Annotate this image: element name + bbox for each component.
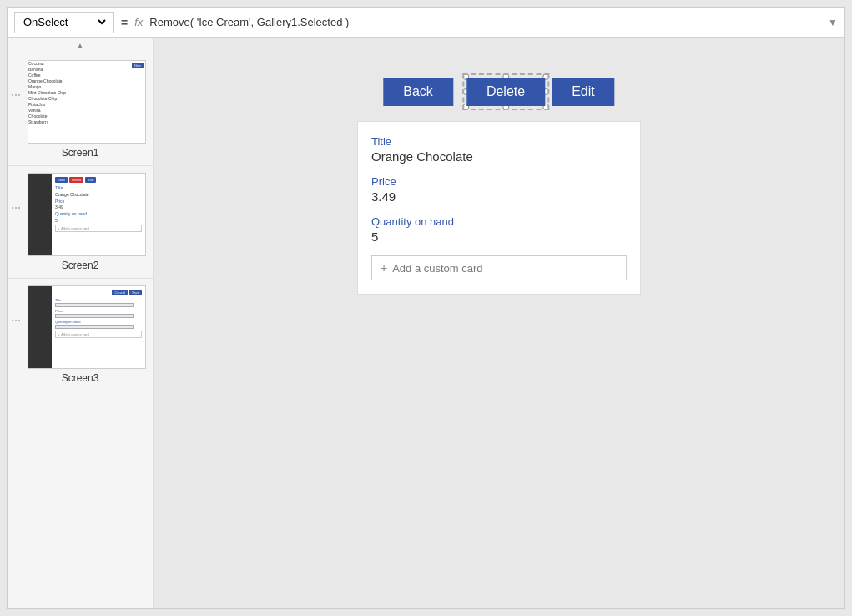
thumb3-plus-icon: +: [58, 332, 59, 336]
thumb2-add-label: Add a custom card: [61, 226, 88, 230]
edit-button[interactable]: Edit: [552, 78, 615, 106]
canvas-area: Back Delete Edit Title: [154, 38, 844, 608]
thumb3-save: Save: [129, 290, 142, 295]
sidebar: ▲ ⋯ New Coconut Banana Coffee Orange Cho…: [8, 38, 154, 608]
equals-sign: =: [121, 16, 128, 29]
thumb2-delete: Delete: [69, 177, 84, 183]
thumb2-title-val: Orange Chocolate: [55, 192, 142, 197]
thumb3-price-input: [55, 314, 134, 318]
property-select[interactable]: OnSelect: [20, 15, 108, 29]
thumb3-qty-label: Quantity on hand: [55, 320, 142, 324]
screen2-thumb[interactable]: ⋯ Back Delete Edit Title Orange Chocolat…: [8, 166, 153, 279]
thumb2-title-label: Title: [55, 185, 142, 192]
app-frame: OnSelect = fx ▼ ▲ ⋯ New Coconut Banana C…: [7, 7, 845, 609]
back-button[interactable]: Back: [383, 78, 453, 106]
screen3-label: Screen3: [14, 372, 146, 384]
screen3-buttons: Cancel Save: [55, 290, 142, 295]
screen2-label: Screen2: [14, 260, 146, 271]
thumb3-cancel: Cancel: [112, 290, 127, 295]
detail-card-container: Title Orange Chocolate Price 3.49 Quanti…: [357, 121, 641, 295]
formula-input[interactable]: [149, 16, 821, 28]
thumb2-price-label: Price: [55, 199, 142, 205]
thumb3-add-label: Add a custom card: [61, 332, 88, 336]
formula-dropdown[interactable]: OnSelect: [14, 12, 114, 33]
delete-button[interactable]: Delete: [466, 78, 545, 106]
thumb3-price-label: Price: [55, 309, 142, 313]
quantity-label: Quantity on hand: [371, 215, 627, 228]
dark-strip-3: [28, 286, 52, 368]
add-custom-plus-icon: +: [381, 261, 387, 275]
add-custom-label: Add a custom card: [392, 262, 482, 275]
screen2-content: Back Delete Edit Title Orange Chocolate …: [52, 174, 145, 255]
scroll-up-button[interactable]: ▲: [8, 38, 153, 53]
thumb3-title-label: Title: [55, 298, 142, 302]
formula-chevron-icon[interactable]: ▼: [828, 17, 838, 28]
thumb2-qty-label: Quantity on hand: [55, 211, 142, 218]
thumb2-qty-val: 5: [55, 218, 142, 223]
thumb3-qty-input: [55, 325, 134, 329]
main-content: ▲ ⋯ New Coconut Banana Coffee Orange Cho…: [8, 38, 844, 608]
add-custom-card-button[interactable]: + Add a custom card: [371, 255, 627, 280]
price-value: 3.49: [371, 189, 627, 204]
dots-icon-screen2[interactable]: ⋯: [11, 202, 21, 214]
title-label: Title: [371, 135, 627, 148]
screen3-frame: Cancel Save Title Price Quantity on hand…: [28, 285, 146, 369]
screen3-content: Cancel Save Title Price Quantity on hand…: [52, 286, 145, 368]
screen1-list: Coconut Banana Coffee Orange Chocolate M…: [28, 61, 145, 125]
quantity-value: 5: [371, 230, 627, 244]
thumb2-plus-icon: +: [58, 226, 59, 230]
dark-strip: [28, 174, 52, 255]
toolbar-row: Back Delete Edit: [383, 78, 614, 106]
fx-label: fx: [134, 16, 143, 28]
dots-icon-screen1[interactable]: ⋯: [11, 89, 21, 101]
screen2-buttons: Back Delete Edit: [55, 177, 142, 183]
screen2-frame: Back Delete Edit Title Orange Chocolate …: [28, 173, 146, 256]
thumb2-back: Back: [55, 177, 68, 183]
screen1-thumb[interactable]: ⋯ New Coconut Banana Coffee Orange Choco…: [8, 53, 153, 166]
detail-card: Title Orange Chocolate Price 3.49 Quanti…: [357, 121, 641, 295]
formula-bar: OnSelect = fx ▼: [8, 8, 844, 38]
thumb2-price-val: 3.49: [55, 204, 142, 210]
screen3-thumb[interactable]: ⋯ Cancel Save Title Price Quantity on ha…: [8, 279, 153, 391]
dots-icon-screen3[interactable]: ⋯: [11, 315, 21, 326]
price-label: Price: [371, 175, 627, 188]
thumb2-edit: Edit: [85, 177, 96, 183]
screen1-label: Screen1: [14, 147, 146, 159]
screen1-frame: New Coconut Banana Coffee Orange Chocola…: [28, 60, 146, 144]
delete-wrapper: Delete: [466, 78, 545, 106]
new-badge: New: [132, 63, 144, 68]
thumb3-title-input: [55, 303, 134, 307]
title-value: Orange Chocolate: [371, 149, 627, 164]
